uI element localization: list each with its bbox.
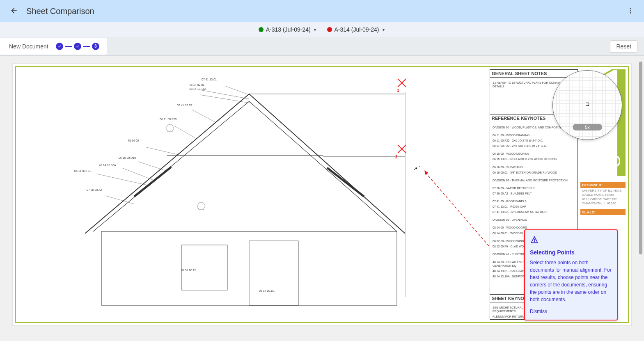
svg-line-19 bbox=[122, 168, 156, 181]
pin-icon bbox=[413, 163, 421, 171]
svg-line-16 bbox=[174, 126, 196, 138]
more-vertical-icon bbox=[627, 7, 634, 14]
warning-icon bbox=[530, 235, 539, 244]
keynote-line: 06 11 00.F20 - 2X6 JOISTS @ 24" O.C. bbox=[493, 139, 575, 142]
svg-line-14 bbox=[200, 95, 250, 103]
chevron-down-icon: ▼ bbox=[381, 27, 385, 32]
keynote-line: 07 41 00 - ROOF PANELS bbox=[493, 199, 575, 203]
svg-line-18 bbox=[138, 162, 167, 171]
keynote-line: 06 15 00 - WOOD DECKING bbox=[493, 152, 575, 156]
keynote-line: DIVISION 07 - THERMAL AND MOISTURE PROTE… bbox=[493, 179, 575, 182]
hint-title: Selecting Points bbox=[530, 249, 612, 256]
drawing-svg bbox=[19, 69, 446, 320]
keynote-line: 06 16 00.01 - 5/8" EXTERIOR GRADE PLYWOO… bbox=[493, 171, 575, 174]
keynote-line: 07 41 13.01 - RIDGE CAP bbox=[493, 205, 575, 208]
sheet-a-selector[interactable]: A-313 (Jul-09-24) ▼ bbox=[259, 26, 317, 33]
point-label-1: 1 bbox=[397, 88, 399, 93]
header: Sheet Comparison bbox=[0, 0, 644, 22]
designer-text: UNIVERSITY OF ILLINOIS GABLE HOME TEAM 6… bbox=[580, 188, 626, 207]
sheet-b-label: A-314 (Jul-09-24) bbox=[335, 26, 379, 33]
svg-text:G: G bbox=[605, 155, 623, 168]
stepper-connector bbox=[83, 46, 90, 47]
keynote-line: 06 15 13.01 - RECLAIMED 2X6 WOOD DECKING bbox=[493, 157, 575, 161]
svg-line-11 bbox=[327, 168, 364, 197]
svg-marker-29 bbox=[424, 170, 428, 175]
svg-line-10 bbox=[134, 167, 171, 197]
designer-label: DESIGNER: bbox=[580, 182, 626, 188]
toolbar: New Document 3 Reset bbox=[0, 37, 644, 56]
point-label-2: 2 bbox=[395, 155, 398, 159]
seals-label: SEALS: bbox=[580, 209, 626, 215]
svg-rect-5 bbox=[249, 241, 298, 305]
reset-button[interactable]: Reset bbox=[610, 40, 637, 53]
alignment-point-1[interactable] bbox=[397, 78, 407, 88]
step-3: 3 bbox=[92, 43, 99, 50]
callout: 07 41 13.01 bbox=[202, 78, 217, 81]
callout: 07 41 13.02 bbox=[177, 104, 192, 107]
general-notes-title: GENERAL SHEET NOTES bbox=[490, 70, 578, 78]
callout: 07 26 00.A2 bbox=[87, 188, 102, 191]
svg-point-0 bbox=[630, 8, 631, 9]
dismiss-button[interactable]: Dismiss bbox=[530, 309, 547, 314]
svg-line-21 bbox=[105, 196, 134, 204]
keynote-line: 06 16 00 - SHEATHING bbox=[493, 165, 575, 169]
svg-point-2 bbox=[630, 12, 631, 13]
sheet-a-label: A-313 (Jul-09-24) bbox=[266, 26, 311, 33]
alignment-point-2[interactable] bbox=[397, 144, 407, 154]
keynote-line: DIVISION 08 - OPENINGS bbox=[493, 218, 575, 222]
svg-line-13 bbox=[200, 90, 249, 99]
arrow-left-icon bbox=[10, 7, 18, 15]
overflow-menu-button[interactable] bbox=[623, 4, 637, 19]
svg-line-17 bbox=[147, 147, 182, 156]
step-2 bbox=[74, 43, 81, 50]
svg-line-15 bbox=[192, 110, 216, 123]
keynote-line: 07 26 00.A2 - BUILDING FELT bbox=[493, 192, 575, 195]
sheet-selector-bar: A-313 (Jul-09-24) ▼ A-314 (Jul-09-24) ▼ bbox=[0, 22, 644, 37]
hint-text: Select three points on both documents fo… bbox=[530, 259, 612, 303]
chevron-down-icon: ▼ bbox=[313, 27, 317, 32]
stepper: 3 bbox=[56, 43, 99, 50]
callout: 48 14 00 bbox=[128, 139, 139, 142]
keynote-line: 07 41 13.02 - 12" LOKSEAM METAL ROOF bbox=[493, 210, 575, 214]
svg-rect-4 bbox=[181, 245, 227, 290]
callout: 48 14 13.16A bbox=[99, 164, 116, 167]
canvas[interactable]: U T S R Q P N M L K J H G F bbox=[12, 63, 632, 326]
document-label: New Document bbox=[9, 43, 48, 50]
dot-icon bbox=[327, 27, 332, 32]
check-icon bbox=[76, 44, 80, 48]
page-title: Sheet Comparison bbox=[26, 7, 94, 16]
svg-point-1 bbox=[630, 10, 631, 11]
keynote-line: 07 26 00 - VAPOR RETARDERS bbox=[493, 186, 575, 190]
keynote-line: 06 11 00 - WOOD FRAMING bbox=[493, 133, 575, 137]
callout: 48 14 00.01 bbox=[189, 83, 204, 86]
callout: 48 14 13.16A bbox=[189, 87, 206, 90]
dot-icon bbox=[259, 27, 264, 32]
svg-marker-22 bbox=[166, 125, 174, 132]
svg-line-12 bbox=[225, 86, 249, 95]
keynote-line: 06 11 00.F20 - 2X6 RAFTERS @ 24" O.C. bbox=[493, 144, 575, 148]
callout: 06 11 00.F20 bbox=[160, 118, 176, 121]
callout: 08 14 00.D1 bbox=[259, 289, 275, 292]
check-icon bbox=[57, 44, 62, 48]
callout: 06 11 00.F12 bbox=[74, 169, 91, 172]
sheet-b-selector[interactable]: A-314 (Jul-09-24) ▼ bbox=[327, 26, 386, 33]
zoom-level: 5x bbox=[573, 124, 602, 130]
hint-popup: Selecting Points Select three points on … bbox=[524, 229, 618, 320]
step-1 bbox=[56, 43, 63, 50]
magnifier-crosshair bbox=[586, 103, 589, 106]
callout: 08 52 00.F9 bbox=[181, 269, 196, 272]
callout: 06 16 00.D10 bbox=[119, 156, 136, 159]
scrollbar[interactable] bbox=[639, 62, 642, 254]
svg-line-20 bbox=[97, 174, 151, 186]
step-indicator: New Document 3 bbox=[0, 38, 107, 55]
magnifier[interactable]: 5x bbox=[552, 70, 622, 140]
svg-marker-23 bbox=[197, 203, 205, 210]
back-button[interactable] bbox=[7, 3, 21, 19]
stepper-connector bbox=[65, 46, 72, 47]
